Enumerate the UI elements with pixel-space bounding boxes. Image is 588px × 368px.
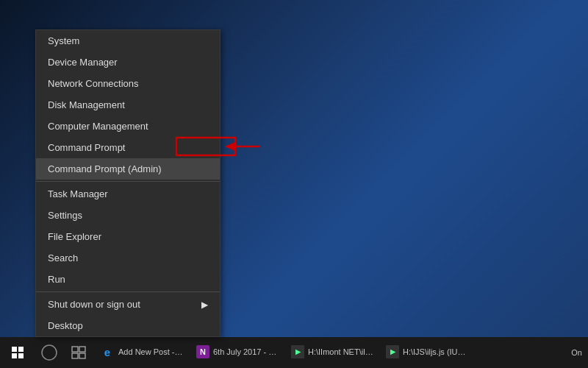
svg-rect-6 — [72, 353, 78, 358]
windows-logo-icon — [12, 347, 24, 358]
context-menu: System Device Manager Network Connection… — [35, 29, 220, 337]
menu-item-run[interactable]: Run — [36, 269, 220, 290]
taskbar-app-cmd2[interactable]: ▶ H:\IJS\iljs.js (IUS) - ... — [380, 337, 475, 368]
svg-rect-7 — [79, 353, 85, 358]
menu-item-command-prompt-admin[interactable]: Command Prompt (Admin) — [36, 158, 220, 180]
taskbar-time: On — [571, 348, 582, 357]
cortana-search-button[interactable] — [35, 337, 63, 368]
menu-item-computer-management[interactable]: Computer Management — [36, 116, 220, 137]
svg-point-3 — [42, 345, 57, 360]
menu-item-disk-management[interactable]: Disk Management — [36, 94, 220, 116]
svg-rect-5 — [79, 347, 85, 352]
menu-divider-2 — [36, 291, 220, 292]
taskbar: e Add New Post - One... N 6th July 2017 … — [0, 337, 588, 368]
menu-item-settings[interactable]: Settings — [36, 205, 220, 226]
desktop: System Device Manager Network Connection… — [0, 0, 588, 368]
cmd1-icon: ▶ — [291, 345, 304, 358]
svg-rect-4 — [72, 347, 78, 352]
task-view-button[interactable] — [63, 337, 94, 368]
menu-item-command-prompt[interactable]: Command Prompt — [36, 137, 220, 158]
menu-item-device-manager[interactable]: Device Manager — [36, 52, 220, 73]
taskbar-app-onenote[interactable]: N 6th July 2017 - One... — [190, 337, 285, 368]
menu-item-search[interactable]: Search — [36, 247, 220, 269]
onenote-icon: N — [196, 345, 209, 358]
svg-marker-2 — [225, 142, 235, 151]
start-button[interactable] — [0, 337, 35, 368]
menu-item-system[interactable]: System — [36, 30, 220, 52]
taskbar-app-onedrive-label: Add New Post - One... — [118, 347, 184, 356]
taskbar-app-onenote-label: 6th July 2017 - One... — [213, 347, 279, 356]
submenu-arrow-icon: ▶ — [201, 300, 208, 310]
menu-item-file-explorer[interactable]: File Explorer — [36, 226, 220, 247]
taskbar-app-cmd1-label: H:\IImont NET\ilm... — [308, 347, 374, 356]
edge-icon: e — [100, 344, 115, 359]
menu-item-task-manager[interactable]: Task Manager — [36, 183, 220, 205]
menu-item-desktop[interactable]: Desktop — [36, 315, 220, 336]
task-view-icon — [71, 346, 86, 359]
search-circle-icon — [41, 344, 57, 361]
taskbar-app-onedrive[interactable]: e Add New Post - One... — [94, 337, 190, 368]
taskbar-app-cmd1[interactable]: ▶ H:\IImont NET\ilm... — [285, 337, 380, 368]
menu-divider-1 — [36, 181, 220, 182]
menu-item-network-connections[interactable]: Network Connections — [36, 73, 220, 94]
taskbar-right-area: On — [571, 348, 588, 357]
cmd2-icon: ▶ — [386, 345, 399, 358]
taskbar-app-cmd2-label: H:\IJS\iljs.js (IUS) - ... — [403, 347, 469, 356]
menu-item-shut-down[interactable]: Shut down or sign out ▶ — [36, 294, 220, 315]
